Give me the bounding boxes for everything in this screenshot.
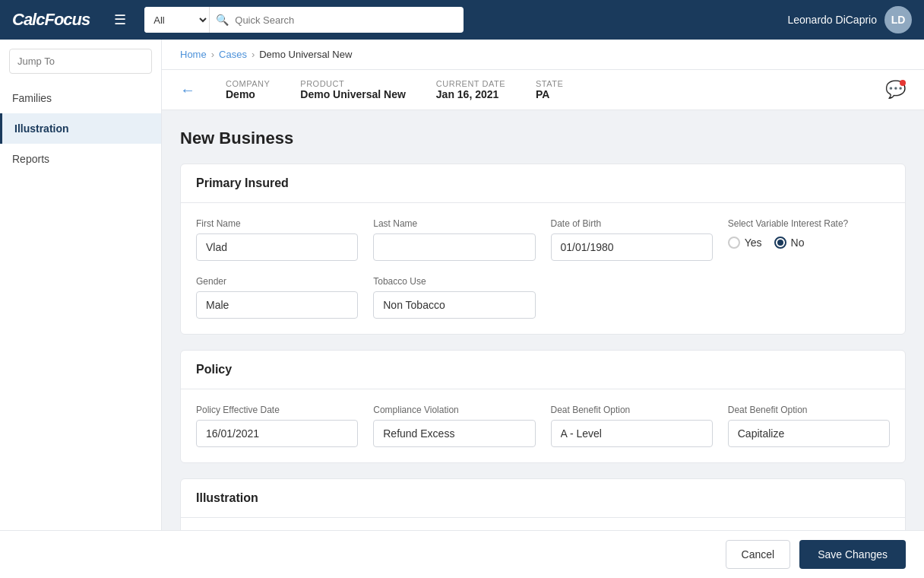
breadcrumb-current: Demo Universal New [259,49,352,60]
insured-row-2: Gender Tobacco Use [196,276,890,319]
variable-interest-no-option[interactable]: No [774,237,805,249]
state-field: State PA [536,79,563,100]
policy-header: Policy [181,351,905,389]
tobacco-label: Tobacco Use [373,276,535,287]
company-value: Demo [226,88,270,100]
state-label: State [536,79,563,88]
current-date-label: Current Date [436,79,505,88]
dob-label: Date of Birth [551,218,713,229]
first-name-field: First Name [196,218,358,261]
logo: CalcFocus [12,10,90,30]
gender-label: Gender [196,276,358,287]
page-title: New Business [180,129,906,148]
last-name-field: Last Name [373,218,535,261]
variable-interest-label: Select Variable Interest Rate? [728,218,890,229]
avatar: LD [884,6,912,33]
sidebar-item-illustration[interactable]: Illustration [0,113,161,144]
search-input[interactable] [235,14,464,26]
search-icon: 🔍 [210,14,235,26]
user-name: Leonardo DiCaprio [787,14,877,26]
sidebar-item-families[interactable]: Families [0,83,161,113]
primary-insured-body: First Name Last Name Date of Birth [181,203,905,334]
deat-benefit-2-field: Deat Benefit Option [728,405,890,447]
back-button[interactable]: ← [180,81,195,99]
product-field: Product Demo Universal New [300,79,406,100]
last-name-label: Last Name [373,218,535,229]
breadcrumb-cases[interactable]: Cases [219,49,247,60]
variable-interest-radio-group: Yes No [728,233,890,249]
effective-date-label: Policy Effective Date [196,405,358,415]
jump-to-input[interactable] [9,49,152,74]
sidebar-item-reports[interactable]: Reports [0,144,161,174]
current-date-value: Jan 16, 2021 [436,88,505,100]
deat-benefit-2-input[interactable] [728,420,890,447]
variable-interest-field: Select Variable Interest Rate? Yes [728,218,890,261]
product-value: Demo Universal New [300,88,406,100]
page-content: New Business Primary Insured First Name … [162,110,924,530]
cancel-button[interactable]: Cancel [726,540,791,569]
sidebar: Families Illustration Reports [0,40,162,530]
breadcrumb-home[interactable]: Home [180,49,207,60]
variable-interest-no-inner [777,240,783,246]
dob-field: Date of Birth [551,218,713,261]
hamburger-button[interactable]: ☰ [108,8,132,31]
deat-benefit-2-label: Deat Benefit Option [728,405,890,415]
last-name-input[interactable] [373,233,535,261]
deat-benefit-1-input[interactable] [551,420,713,447]
variable-interest-yes-circle [728,237,740,249]
first-name-label: First Name [196,218,358,229]
policy-row-1: Policy Effective Date Compliance Violati… [196,405,890,447]
notification-dot [900,80,906,86]
illustration-card: Illustration Illustration Description Il… [180,478,906,530]
policy-card: Policy Policy Effective Date Compliance … [180,350,906,463]
effective-date-input[interactable] [196,420,358,447]
insured-row-1: First Name Last Name Date of Birth [196,218,890,261]
breadcrumb: Home › Cases › Demo Universal New [162,40,924,70]
breadcrumb-sep-1: › [211,49,214,60]
compliance-input[interactable] [373,420,535,447]
search-container: All Cases Families 🔍 [144,7,464,33]
product-label: Product [300,79,406,88]
policy-body: Policy Effective Date Compliance Violati… [181,389,905,462]
company-label: Company [226,79,270,88]
tobacco-input[interactable] [373,291,535,319]
primary-insured-header: Primary Insured [181,164,905,203]
variable-interest-no-circle [774,237,786,249]
tobacco-field: Tobacco Use [373,276,535,319]
primary-insured-card: Primary Insured First Name Last Name [180,164,906,335]
variable-interest-yes-option[interactable]: Yes [728,237,762,249]
spacer-1 [551,276,713,319]
footer-bar: Cancel Save Changes [0,530,924,578]
breadcrumb-sep-2: › [252,49,255,60]
logo-text: CalcFocus [12,10,90,30]
save-changes-button[interactable]: Save Changes [799,540,906,569]
deat-benefit-1-label: Deat Benefit Option [551,405,713,415]
first-name-input[interactable] [196,233,358,261]
top-nav: CalcFocus ☰ All Cases Families 🔍 Leonard… [0,0,924,40]
main-content: Home › Cases › Demo Universal New ← Comp… [162,40,924,530]
search-type-select[interactable]: All Cases Families [144,7,210,33]
case-header: ← Company Demo Product Demo Universal Ne… [162,70,924,110]
illustration-header: Illustration [181,479,905,518]
compliance-field: Compliance Violation [373,405,535,447]
app-body: Families Illustration Reports Home › Cas… [0,40,924,530]
compliance-label: Compliance Violation [373,405,535,415]
gender-input[interactable] [196,291,358,319]
illustration-body: Illustration Description Illustration Ty… [181,518,905,530]
chat-button[interactable]: 💬 [885,80,906,100]
current-date-field: Current Date Jan 16, 2021 [436,79,505,100]
deat-benefit-1-field: Deat Benefit Option [551,405,713,447]
gender-field: Gender [196,276,358,319]
dob-input[interactable] [551,233,713,261]
effective-date-field: Policy Effective Date [196,405,358,447]
state-value: PA [536,88,563,100]
spacer-2 [728,276,890,319]
user-area: Leonardo DiCaprio LD [787,6,912,33]
company-field: Company Demo [226,79,270,100]
